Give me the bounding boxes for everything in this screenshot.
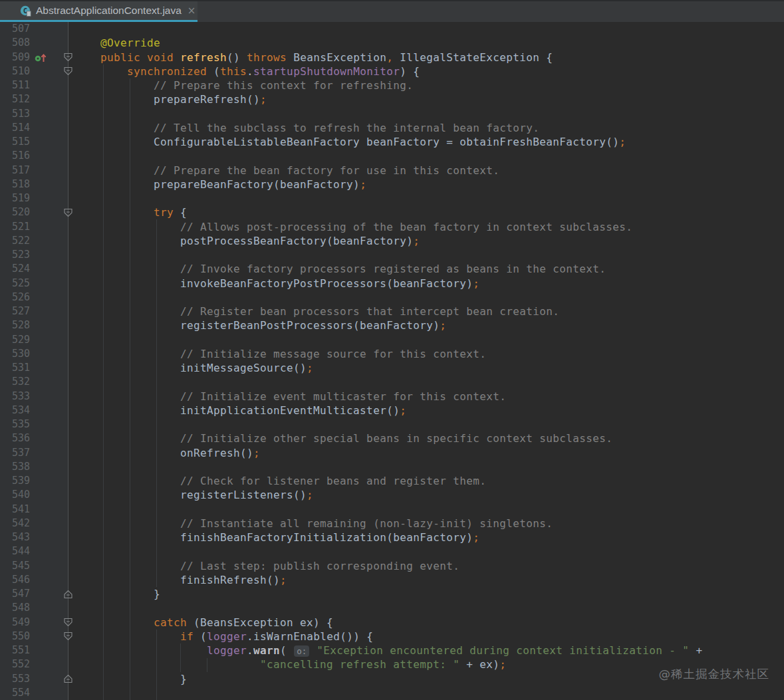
fold-gutter-cell[interactable] [49,672,68,686]
line-number[interactable]: 533 [0,390,30,404]
code-line[interactable]: 539 // Check for listener beans and regi… [0,474,784,488]
code-text[interactable]: prepareRefresh(); [68,92,267,106]
code-line[interactable]: 528 registerBeanPostProcessors(beanFacto… [0,318,784,332]
code-line[interactable]: 535 [0,417,784,431]
line-number[interactable]: 534 [0,404,30,417]
line-number[interactable]: 550 [0,630,30,643]
tab-abstract-application-context[interactable]: C AbstractApplicationContext.java × [0,1,197,22]
code-text[interactable]: // Initialize event multicaster for this… [68,390,506,404]
code-line[interactable]: 549 catch (BeansException ex) { [0,616,784,630]
line-number[interactable]: 513 [0,107,30,121]
code-text[interactable]: } [68,587,160,601]
line-number[interactable]: 508 [0,36,30,50]
code-line[interactable]: 536 // Initialize other special beans in… [0,431,784,445]
code-line[interactable]: 546 finishRefresh(); [0,573,784,587]
code-line[interactable]: 551 logger.warn( o: "Exception encounter… [0,643,784,657]
code-text[interactable]: synchronized (this.startupShutdownMonito… [68,64,420,78]
fold-gutter-cell[interactable] [49,51,68,64]
code-text[interactable]: initApplicationEventMulticaster(); [68,404,406,417]
line-number[interactable]: 515 [0,135,30,149]
line-number[interactable]: 531 [0,361,30,375]
line-number[interactable]: 546 [0,573,30,587]
code-line[interactable]: 511 // Prepare this context for refreshi… [0,78,784,92]
code-line[interactable]: 545 // Last step: publish corresponding … [0,559,784,573]
line-number[interactable]: 507 [0,22,30,36]
code-line[interactable]: 554 [0,686,784,700]
code-line[interactable]: 510 synchronized (this.startupShutdownMo… [0,64,784,78]
code-text[interactable]: // Prepare the bean factory for use in t… [68,164,499,177]
code-line[interactable]: 534 initApplicationEventMulticaster(); [0,404,784,417]
line-number[interactable]: 517 [0,164,30,177]
line-number[interactable]: 540 [0,488,30,502]
line-number[interactable]: 519 [0,191,30,205]
code-line[interactable]: 525 invokeBeanFactoryPostProcessors(bean… [0,277,784,291]
code-text[interactable]: try { [68,205,187,219]
code-line[interactable]: 538 [0,460,784,474]
line-number[interactable]: 544 [0,544,30,558]
code-line[interactable]: 508 @Override [0,36,784,50]
line-number[interactable]: 518 [0,177,30,191]
line-number[interactable]: 510 [0,64,30,78]
code-text[interactable]: // Invoke factory processors registered … [68,262,606,276]
line-number[interactable]: 529 [0,333,30,347]
line-number[interactable]: 538 [0,460,30,474]
line-number[interactable]: 543 [0,530,30,544]
line-number[interactable]: 539 [0,474,30,488]
code-line[interactable]: 537 onRefresh(); [0,446,784,460]
code-text[interactable]: registerListeners(); [68,488,313,502]
code-line[interactable]: 513 [0,107,784,121]
line-number[interactable]: 524 [0,262,30,276]
line-number[interactable]: 523 [0,248,30,262]
code-text[interactable]: // Initialize message source for this co… [68,347,486,361]
line-number[interactable]: 509 [0,51,30,64]
code-text[interactable]: prepareBeanFactory(beanFactory); [68,177,366,191]
code-text[interactable]: if (logger.isWarnEnabled()) { [68,630,373,643]
code-line[interactable]: 507 [0,22,784,36]
code-line[interactable]: 550 if (logger.isWarnEnabled()) { [0,630,784,643]
fold-gutter-cell[interactable] [49,587,68,601]
line-number[interactable]: 548 [0,601,30,615]
fold-gutter-cell[interactable] [49,64,68,78]
code-line[interactable]: 517 // Prepare the bean factory for use … [0,164,784,177]
code-line[interactable]: 524 // Invoke factory processors registe… [0,262,784,276]
code-text[interactable]: // Initialize other special beans in spe… [68,431,612,445]
code-line[interactable]: 519 [0,191,784,205]
code-text[interactable]: // Check for listener beans and register… [68,474,486,488]
code-text[interactable]: onRefresh(); [68,446,260,460]
code-text[interactable]: // Prepare this context for refreshing. [68,78,413,92]
line-number[interactable]: 535 [0,417,30,431]
line-number[interactable]: 511 [0,78,30,92]
code-text[interactable]: initMessageSource(); [68,361,313,375]
line-number[interactable]: 541 [0,503,30,517]
code-text[interactable]: finishBeanFactoryInitialization(beanFact… [68,530,479,544]
line-number[interactable]: 527 [0,304,30,318]
code-text[interactable]: // Instantiate all remaining (non-lazy-i… [68,517,553,530]
line-number[interactable]: 545 [0,559,30,573]
code-line[interactable]: 518 prepareBeanFactory(beanFactory); [0,177,784,191]
code-line[interactable]: 522 postProcessBeanFactory(beanFactory); [0,234,784,248]
code-line[interactable]: 521 // Allows post-processing of the bea… [0,220,784,234]
code-editor[interactable]: 507508 @Override509 public void refresh(… [0,22,784,700]
code-text[interactable]: public void refresh() throws BeansExcept… [68,51,553,64]
code-line[interactable]: 526 [0,291,784,304]
code-text[interactable]: @Override [68,36,160,50]
code-line[interactable]: 540 registerListeners(); [0,488,784,502]
code-line[interactable]: 523 [0,248,784,262]
line-number[interactable]: 528 [0,318,30,332]
code-text[interactable]: // Register bean processors that interce… [68,304,559,318]
fold-gutter-cell[interactable] [49,205,68,219]
code-line[interactable]: 547 } [0,587,784,601]
code-text[interactable]: registerBeanPostProcessors(beanFactory); [68,318,446,332]
code-text[interactable]: invokeBeanFactoryPostProcessors(beanFact… [68,277,479,291]
override-gutter-cell[interactable] [30,51,49,64]
line-number[interactable]: 525 [0,277,30,291]
line-number[interactable]: 516 [0,149,30,163]
code-line[interactable]: 544 [0,544,784,558]
code-text[interactable]: // Allows post-processing of the bean fa… [68,220,632,234]
code-text[interactable]: // Last step: publish corresponding even… [68,559,459,573]
code-line[interactable]: 541 [0,503,784,517]
code-line[interactable]: 514 // Tell the subclass to refresh the … [0,121,784,135]
code-text[interactable]: ConfigurableListableBeanFactory beanFact… [68,135,626,149]
code-line[interactable]: 509 public void refresh() throws BeansEx… [0,51,784,64]
code-line[interactable]: 533 // Initialize event multicaster for … [0,390,784,404]
